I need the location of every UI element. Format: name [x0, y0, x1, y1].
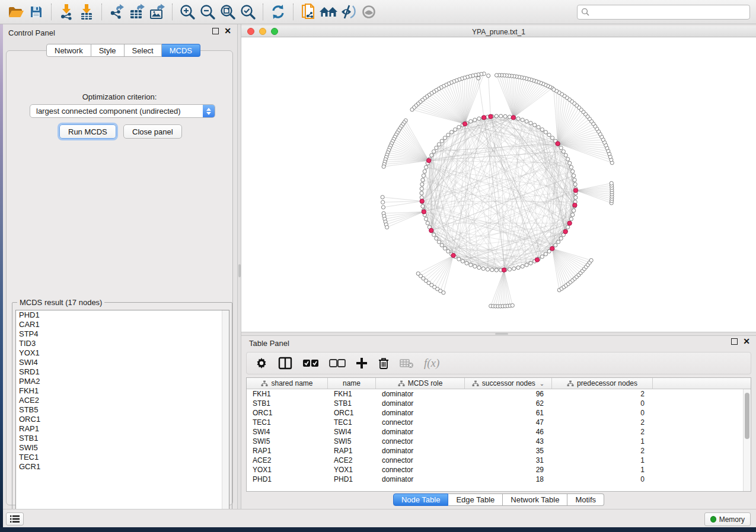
table-cell[interactable]: FKH1 [247, 389, 328, 399]
mcds-result-item[interactable]: ACE2 [16, 396, 229, 405]
close-panel-button[interactable]: Close panel [123, 124, 182, 139]
mcds-result-item[interactable]: YOX1 [16, 348, 229, 358]
tab-edge-table[interactable]: Edge Table [448, 493, 503, 506]
table-cell[interactable]: ORC1 [328, 408, 376, 418]
refresh-icon[interactable] [268, 2, 288, 22]
function-builder-icon[interactable]: f(x) [424, 357, 439, 370]
column-header-name[interactable]: name [328, 378, 376, 389]
table-cell[interactable]: connector [376, 456, 465, 465]
zoom-in-icon[interactable] [177, 2, 197, 22]
mcds-result-item[interactable]: CAR1 [16, 320, 229, 329]
table-cell[interactable]: connector [376, 437, 465, 446]
table-cell[interactable]: dominator [376, 399, 465, 408]
tab-motifs[interactable]: Motifs [567, 493, 604, 506]
tab-mcds[interactable]: MCDS [162, 44, 200, 57]
tab-network[interactable]: Network [46, 44, 91, 57]
table-cell[interactable]: STB1 [328, 399, 376, 408]
table-row[interactable]: FKH1FKH1dominator962 [247, 389, 751, 399]
table-cell[interactable]: YOX1 [328, 465, 376, 475]
table-cell[interactable]: 0 [552, 408, 653, 418]
table-cell[interactable]: dominator [376, 446, 465, 456]
run-mcds-button[interactable]: Run MCDS [59, 124, 116, 139]
table-cell[interactable]: RAP1 [328, 446, 376, 456]
horizontal-splitter[interactable] [241, 332, 756, 336]
tab-select[interactable]: Select [125, 44, 162, 57]
mcds-result-item[interactable]: RAP1 [16, 424, 229, 434]
table-cell[interactable]: 61 [465, 408, 552, 418]
table-cell[interactable]: 1 [552, 465, 653, 475]
column-header-successor-nodes[interactable]: successor nodes⌄ [465, 378, 552, 389]
sort-indicator-icon[interactable]: ⌄ [540, 380, 544, 387]
table-cell[interactable]: dominator [376, 389, 465, 399]
search-box[interactable] [577, 5, 750, 20]
tab-network-table[interactable]: Network Table [503, 493, 567, 506]
clone-network-icon[interactable] [298, 2, 318, 22]
task-history-button[interactable] [6, 512, 24, 525]
column-header-shared-name[interactable]: shared name [247, 378, 328, 389]
table-cell[interactable]: 18 [465, 475, 552, 484]
table-cell[interactable]: 2 [552, 418, 653, 427]
table-cell[interactable]: dominator [376, 427, 465, 437]
mcds-result-item[interactable]: ORC1 [16, 415, 229, 424]
mcds-result-item[interactable]: FKH1 [16, 386, 229, 396]
table-row[interactable]: YOX1YOX1connector291 [247, 465, 751, 475]
table-cell[interactable]: 35 [465, 446, 552, 456]
export-image-icon[interactable] [147, 2, 167, 22]
table-cell[interactable]: SWI5 [328, 437, 376, 446]
table-cell[interactable] [653, 418, 743, 427]
table-row[interactable]: RAP1RAP1dominator352 [247, 446, 751, 456]
table-cell[interactable]: YOX1 [247, 465, 328, 475]
table-cell[interactable]: 46 [465, 427, 552, 437]
table-cell[interactable]: ACE2 [328, 456, 376, 465]
show-all-icon[interactable] [359, 2, 379, 22]
search-input[interactable] [589, 8, 746, 16]
table-cell[interactable]: 62 [465, 399, 552, 408]
select-all-icon[interactable] [302, 358, 319, 368]
table-cell[interactable]: 2 [552, 389, 653, 399]
import-table-icon[interactable] [76, 2, 97, 22]
tab-style[interactable]: Style [91, 44, 125, 57]
table-cell[interactable] [653, 408, 743, 418]
mcds-result-item[interactable]: STB5 [16, 405, 229, 415]
zoom-out-icon[interactable] [197, 2, 218, 22]
splitter-handle[interactable] [495, 333, 508, 335]
splitter-handle[interactable] [238, 264, 241, 277]
node-table-header[interactable]: shared namenameMCDS rolesuccessor nodes⌄… [247, 378, 751, 389]
zoom-fit-icon[interactable] [218, 2, 238, 22]
zoom-selected-icon[interactable] [238, 2, 258, 22]
table-cell[interactable]: ORC1 [247, 408, 328, 418]
table-row[interactable]: ORC1ORC1dominator610 [247, 408, 751, 418]
mcds-result-item[interactable]: STB1 [16, 434, 229, 443]
table-cell[interactable]: dominator [376, 408, 465, 418]
mcds-result-item[interactable]: SWI5 [16, 443, 229, 453]
node-table[interactable]: shared namenameMCDS rolesuccessor nodes⌄… [246, 377, 751, 492]
table-cell[interactable] [653, 389, 743, 399]
table-row[interactable]: STB1STB1dominator620 [247, 399, 751, 408]
table-cell[interactable]: SWI5 [247, 437, 328, 446]
optimization-criterion-select[interactable]: largest connected component (undirected) [30, 104, 215, 118]
table-cell[interactable]: STB1 [247, 399, 328, 408]
table-cell[interactable] [653, 446, 743, 456]
mcds-result-item[interactable]: PMA2 [16, 377, 229, 386]
table-cell[interactable]: 0 [552, 475, 653, 484]
table-cell[interactable]: TEC1 [247, 418, 328, 427]
mcds-list-scrollbar[interactable] [222, 310, 229, 518]
table-cell[interactable] [653, 465, 743, 475]
table-cell[interactable]: connector [376, 418, 465, 427]
table-row[interactable]: SWI5SWI5connector431 [247, 437, 751, 446]
delete-column-trash-icon[interactable] [378, 357, 390, 370]
mcds-result-item[interactable]: PHD1 [16, 310, 229, 320]
table-row[interactable]: SWI4SWI4dominator462 [247, 427, 751, 437]
mcds-result-item[interactable]: SWI4 [16, 358, 229, 367]
table-cell[interactable] [653, 475, 743, 484]
table-cell[interactable]: 29 [465, 465, 552, 475]
memory-button[interactable]: Memory [704, 512, 751, 526]
hide-selected-icon[interactable] [339, 2, 359, 22]
column-header-MCDS-role[interactable]: MCDS role [376, 378, 465, 389]
deselect-all-icon[interactable] [329, 358, 346, 368]
column-header-filler[interactable] [653, 378, 743, 389]
float-panel-icon[interactable] [212, 28, 219, 34]
tab-node-table[interactable]: Node Table [393, 493, 449, 506]
table-cell[interactable]: TEC1 [328, 418, 376, 427]
table-cell[interactable] [653, 399, 743, 408]
